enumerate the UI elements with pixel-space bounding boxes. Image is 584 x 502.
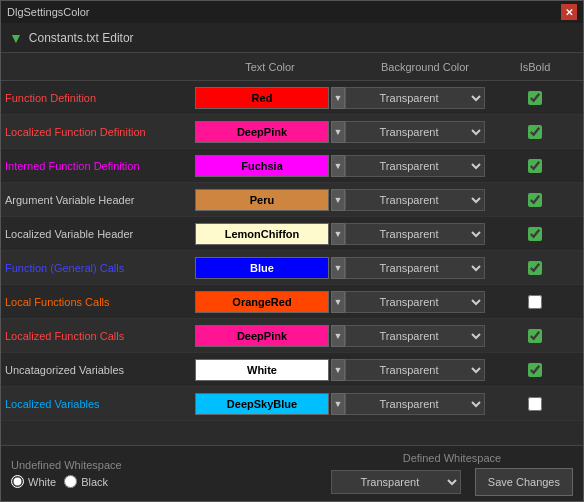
dropdown-icon: ▼	[9, 30, 23, 46]
color-swatch[interactable]: Blue	[195, 257, 329, 279]
color-swatch[interactable]: DeepPink	[195, 325, 329, 347]
table-row: Localized Function CallsDeepPink▼Transpa…	[1, 319, 583, 353]
radio-black[interactable]	[64, 475, 77, 488]
color-swatch[interactable]: OrangeRed	[195, 291, 329, 313]
editor-header: ▼ Constants.txt Editor	[1, 23, 583, 53]
color-dropdown-btn[interactable]: ▼	[331, 291, 345, 313]
bg-color-cell: Transparent	[345, 257, 505, 279]
isbold-checkbox[interactable]	[528, 363, 542, 377]
color-dropdown-btn[interactable]: ▼	[331, 223, 345, 245]
text-color-cell: Fuchsia▼	[195, 155, 345, 177]
radio-group: White Black	[11, 475, 122, 488]
table-row: Uncatagorized VariablesWhite▼Transparent	[1, 353, 583, 387]
defined-ws-label: Defined Whitespace	[331, 452, 573, 464]
isbold-cell	[505, 159, 565, 173]
isbold-checkbox[interactable]	[528, 193, 542, 207]
bg-color-select[interactable]: Transparent	[345, 87, 485, 109]
editor-title-text: Constants.txt Editor	[29, 31, 134, 45]
bg-color-select[interactable]: Transparent	[345, 257, 485, 279]
text-color-cell: DeepPink▼	[195, 325, 345, 347]
bg-color-select[interactable]: Transparent	[345, 359, 485, 381]
isbold-cell	[505, 261, 565, 275]
isbold-checkbox[interactable]	[528, 125, 542, 139]
isbold-checkbox[interactable]	[528, 397, 542, 411]
color-swatch[interactable]: LemonChiffon	[195, 223, 329, 245]
row-label: Uncatagorized Variables	[5, 364, 195, 376]
text-color-cell: Red▼	[195, 87, 345, 109]
radio-white[interactable]	[11, 475, 24, 488]
bg-color-cell: Transparent	[345, 291, 505, 313]
close-button[interactable]: ✕	[561, 4, 577, 20]
text-color-cell: White▼	[195, 359, 345, 381]
isbold-checkbox[interactable]	[528, 159, 542, 173]
isbold-checkbox[interactable]	[528, 91, 542, 105]
window-title: DlgSettingsColor	[7, 6, 90, 18]
isbold-cell	[505, 193, 565, 207]
isbold-cell	[505, 397, 565, 411]
color-dropdown-btn[interactable]: ▼	[331, 257, 345, 279]
undefined-ws-label: Undefined Whitespace	[11, 459, 122, 471]
row-label: Argument Variable Header	[5, 194, 195, 206]
col-header-bg-color: Background Color	[345, 61, 505, 73]
isbold-cell	[505, 329, 565, 343]
bg-color-select[interactable]: Transparent	[345, 121, 485, 143]
bg-color-cell: Transparent	[345, 223, 505, 245]
row-label: Interned Function Definition	[5, 160, 195, 172]
row-label: Function (General) Calls	[5, 262, 195, 274]
save-button[interactable]: Save Changes	[475, 468, 573, 496]
col-header-text-color: Text Color	[195, 61, 345, 73]
isbold-checkbox[interactable]	[528, 261, 542, 275]
table-row: Local Functions CallsOrangeRed▼Transpare…	[1, 285, 583, 319]
color-dropdown-btn[interactable]: ▼	[331, 155, 345, 177]
isbold-cell	[505, 295, 565, 309]
color-dropdown-btn[interactable]: ▼	[331, 359, 345, 381]
color-dropdown-btn[interactable]: ▼	[331, 189, 345, 211]
row-label: Localized Function Definition	[5, 126, 195, 138]
bg-color-select[interactable]: Transparent	[345, 189, 485, 211]
color-swatch[interactable]: DeepPink	[195, 121, 329, 143]
isbold-cell	[505, 91, 565, 105]
table-row: Localized VariablesDeepSkyBlue▼Transpare…	[1, 387, 583, 421]
defined-ws-select[interactable]: Transparent White Black	[331, 470, 461, 494]
undefined-ws-section: Undefined Whitespace White Black	[11, 459, 122, 488]
text-color-cell: DeepSkyBlue▼	[195, 393, 345, 415]
text-color-cell: DeepPink▼	[195, 121, 345, 143]
color-dropdown-btn[interactable]: ▼	[331, 393, 345, 415]
bg-color-cell: Transparent	[345, 393, 505, 415]
color-dropdown-btn[interactable]: ▼	[331, 325, 345, 347]
color-swatch[interactable]: Fuchsia	[195, 155, 329, 177]
radio-white-label[interactable]: White	[11, 475, 56, 488]
bg-color-select[interactable]: Transparent	[345, 393, 485, 415]
defined-ws-section: Defined Whitespace Transparent White Bla…	[331, 452, 573, 496]
isbold-checkbox[interactable]	[528, 227, 542, 241]
table-row: Localized Function DefinitionDeepPink▼Tr…	[1, 115, 583, 149]
column-headers: Text Color Background Color IsBold	[1, 53, 583, 81]
color-swatch[interactable]: DeepSkyBlue	[195, 393, 329, 415]
isbold-checkbox[interactable]	[528, 295, 542, 309]
radio-black-label[interactable]: Black	[64, 475, 108, 488]
color-dropdown-btn[interactable]: ▼	[331, 87, 345, 109]
table-row: Interned Function DefinitionFuchsia▼Tran…	[1, 149, 583, 183]
bg-color-select[interactable]: Transparent	[345, 155, 485, 177]
text-color-cell: Blue▼	[195, 257, 345, 279]
color-swatch[interactable]: Peru	[195, 189, 329, 211]
color-dropdown-btn[interactable]: ▼	[331, 121, 345, 143]
table-row: Function (General) CallsBlue▼Transparent	[1, 251, 583, 285]
bg-color-select[interactable]: Transparent	[345, 223, 485, 245]
radio-black-text: Black	[81, 476, 108, 488]
text-color-cell: OrangeRed▼	[195, 291, 345, 313]
isbold-cell	[505, 363, 565, 377]
bg-color-select[interactable]: Transparent	[345, 291, 485, 313]
table-row: Function DefinitionRed▼Transparent	[1, 81, 583, 115]
editor-title-container: ▼ Constants.txt Editor	[9, 30, 134, 46]
radio-white-text: White	[28, 476, 56, 488]
bg-color-cell: Transparent	[345, 359, 505, 381]
color-swatch[interactable]: White	[195, 359, 329, 381]
table-row: Localized Variable HeaderLemonChiffon▼Tr…	[1, 217, 583, 251]
isbold-checkbox[interactable]	[528, 329, 542, 343]
color-swatch[interactable]: Red	[195, 87, 329, 109]
bg-color-select[interactable]: Transparent	[345, 325, 485, 347]
bg-color-cell: Transparent	[345, 155, 505, 177]
row-label: Localized Variables	[5, 398, 195, 410]
bg-color-cell: Transparent	[345, 87, 505, 109]
